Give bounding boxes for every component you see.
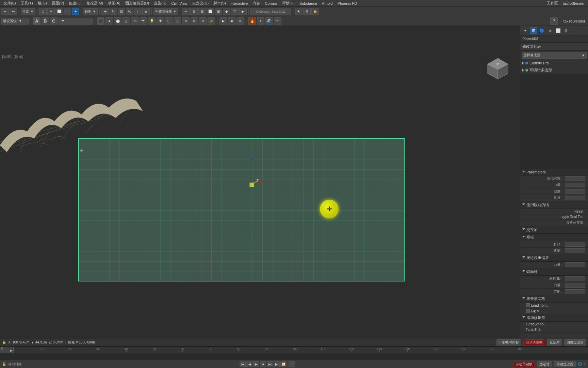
menu-help[interactable]: 帮助(H) bbox=[280, 0, 297, 6]
auto-keyframe-status-button[interactable]: 自动关键帧 bbox=[513, 361, 535, 367]
transform-gizmo[interactable] bbox=[238, 155, 265, 189]
add-keyframe-button[interactable]: + 加帧时间标 bbox=[496, 339, 521, 346]
create-box-button[interactable]: ⬛ bbox=[97, 17, 104, 25]
key-filter-button[interactable]: 四键过滤器 bbox=[564, 339, 586, 346]
lasso-select-button[interactable]: ✦ bbox=[72, 8, 79, 15]
fire-fx-button[interactable]: 🔥 bbox=[248, 17, 256, 25]
shader-dropdown[interactable]: ▼ bbox=[59, 18, 93, 25]
selection-dropdown[interactable]: 全部▼ bbox=[21, 8, 35, 15]
create-spline-button[interactable]: ◌ bbox=[174, 17, 181, 25]
create-effects-button[interactable]: ✨ bbox=[208, 17, 215, 25]
rect-select-button[interactable]: ⬜ bbox=[55, 8, 63, 15]
param-toggle-realtime[interactable]: oggle Real Tim bbox=[520, 214, 588, 220]
param-reset-end[interactable]: 在终处重置 bbox=[520, 220, 588, 226]
prev-frame-button[interactable]: ◀ bbox=[246, 361, 252, 367]
param-stiffness-value[interactable] bbox=[565, 189, 585, 194]
panel-display-tab[interactable]: ⬜ bbox=[554, 27, 562, 34]
undo-button[interactable]: ↩ bbox=[1, 8, 9, 15]
scale-section[interactable]: 规模 bbox=[520, 234, 588, 241]
menu-modifiers[interactable]: 修改器(M) bbox=[84, 0, 105, 6]
menu-view[interactable]: 视图(V) bbox=[50, 0, 66, 6]
render-button[interactable]: ▶ bbox=[239, 8, 247, 15]
panel-modifier-tab[interactable]: ⊞ bbox=[530, 27, 537, 34]
menu-animation[interactable]: 动画(A) bbox=[106, 0, 122, 6]
hair-button[interactable]: 〰 bbox=[274, 17, 281, 25]
schematic-view-button[interactable]: ⊠ bbox=[215, 8, 222, 15]
misc-btn1[interactable]: ★ bbox=[295, 8, 303, 15]
menu-tax-to-blender[interactable]: taxToBlender bbox=[561, 0, 587, 6]
panel-utilities-tab[interactable]: 🗑 bbox=[562, 27, 570, 34]
param-damping-value[interactable] bbox=[565, 196, 585, 200]
shrink-value[interactable] bbox=[565, 248, 585, 253]
add-time-button[interactable]: + bbox=[289, 361, 295, 367]
circle-select-button[interactable]: ○ bbox=[64, 8, 71, 15]
param-load-from[interactable]: Load from... bbox=[520, 303, 588, 308]
modifier-dropdown[interactable]: 选择修改器 ▼ bbox=[522, 52, 587, 59]
pause-anim-button[interactable]: ⏸ bbox=[236, 17, 244, 25]
menu-create[interactable]: 创建(C) bbox=[67, 0, 83, 6]
timeline-scroll[interactable]: 0 ▶ bbox=[0, 347, 14, 353]
use-prev-section[interactable]: 使用以前的结 bbox=[520, 201, 588, 209]
menu-phoenix[interactable]: Phoenix FD bbox=[336, 0, 359, 6]
next-frame-button[interactable]: ▶| bbox=[267, 361, 273, 367]
stop-anim-button[interactable]: ■ bbox=[228, 17, 235, 25]
render-setup-button[interactable]: 🎬 bbox=[231, 8, 239, 15]
menu-substance[interactable]: Substance bbox=[297, 0, 319, 6]
menu-file[interactable]: 文件(E) bbox=[1, 0, 18, 6]
play-button[interactable]: ▶ bbox=[253, 361, 259, 367]
create-nurbs-button[interactable]: ⊕ bbox=[182, 17, 190, 25]
material-editor-button[interactable]: ◆ bbox=[223, 8, 230, 15]
sphere-object[interactable]: ✛ bbox=[320, 200, 339, 218]
menu-interactive[interactable]: Interactive bbox=[229, 0, 250, 6]
path-dropdown[interactable]: C:\Users\... Max 2021 bbox=[250, 8, 291, 15]
param-iterations-value[interactable] bbox=[565, 176, 585, 181]
transform-button[interactable]: ◈ bbox=[142, 8, 150, 15]
panel-add-button[interactable]: + bbox=[522, 27, 529, 34]
go-end-button[interactable]: ▶| bbox=[274, 361, 280, 367]
create-camera-button[interactable]: 📷 bbox=[140, 17, 147, 25]
expand-value[interactable] bbox=[565, 242, 585, 247]
menu-workspace[interactable]: 工作区 bbox=[545, 0, 560, 6]
mirror-button[interactable]: ⇔ bbox=[182, 8, 190, 15]
turbo-smooth-item[interactable]: TurboSmoo... bbox=[520, 322, 588, 327]
select-filter-status-button[interactable]: 选定对 bbox=[537, 361, 552, 367]
load-from-checkbox[interactable] bbox=[526, 303, 530, 307]
add-decorators-section[interactable]: 添加修饰符 bbox=[520, 314, 588, 322]
rotate-button[interactable]: ↻ bbox=[110, 8, 117, 15]
mat-id-value[interactable] bbox=[565, 276, 585, 281]
select-filter-button[interactable]: 选定对 bbox=[547, 339, 562, 346]
select-object-button[interactable]: □ bbox=[39, 8, 47, 15]
layer-button[interactable]: ⊞ bbox=[198, 8, 206, 15]
pick-checkbox[interactable] bbox=[526, 309, 530, 313]
menu-customize[interactable]: 自定义(U) bbox=[190, 0, 211, 6]
create-light-button[interactable]: 💡 bbox=[148, 17, 156, 25]
create-dynamics-button[interactable]: ⊛ bbox=[199, 17, 207, 25]
nav-cube[interactable]: TOP bbox=[486, 57, 510, 80]
create-cone-button[interactable]: △ bbox=[122, 17, 130, 25]
view-dropdown[interactable]: 视图▼ bbox=[83, 8, 98, 15]
menu-scripting[interactable]: 脚本(S) bbox=[211, 0, 228, 6]
panel-motion-tab[interactable]: ◈ bbox=[546, 27, 554, 34]
misc-btn3[interactable]: 🔒 bbox=[311, 8, 319, 15]
weld-range-value[interactable] bbox=[565, 289, 585, 294]
move-button[interactable]: ✛ bbox=[101, 8, 109, 15]
create-helper-button[interactable]: ✚ bbox=[157, 17, 164, 25]
parameters-section-header[interactable]: Parameters bbox=[520, 169, 588, 175]
modifier-set-dropdown[interactable]: 请设置快!▼ bbox=[1, 18, 29, 25]
modifier-clothify[interactable]: Clothify Pro bbox=[520, 60, 588, 66]
undeformed-section[interactable]: 未变形网格 bbox=[520, 295, 588, 303]
align-button[interactable]: ⊟ bbox=[190, 8, 198, 15]
menu-civil-view[interactable]: Civil View bbox=[169, 0, 189, 6]
param-force-value[interactable] bbox=[565, 183, 585, 187]
timeline-ruler[interactable]: 0 ▶ 010203040506070809010011012013014015… bbox=[0, 347, 588, 353]
text-b-button[interactable]: B bbox=[42, 17, 49, 25]
play-anim-button[interactable]: ▶ bbox=[219, 17, 227, 25]
create-sphere-button[interactable]: ● bbox=[105, 17, 113, 25]
modifier-editable-poly[interactable]: 可编辑多边形 bbox=[520, 66, 588, 74]
go-start-button[interactable]: |◀ bbox=[240, 361, 246, 367]
weld-force-value[interactable] bbox=[565, 283, 585, 288]
create-selection-dropdown[interactable]: 创建选择集▼ bbox=[153, 8, 178, 15]
create-plane-button[interactable]: ▭ bbox=[131, 17, 138, 25]
stop-button[interactable]: ■ bbox=[260, 361, 266, 367]
menu-tools[interactable]: 工具(T) bbox=[19, 0, 35, 6]
